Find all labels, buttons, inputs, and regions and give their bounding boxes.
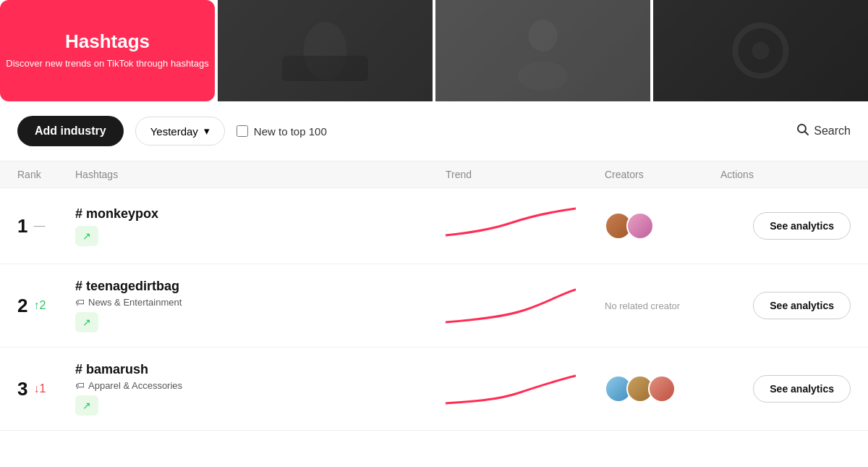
- nav-tile-hashtags[interactable]: Hashtags Discover new trends on TikTok t…: [0, 0, 215, 101]
- creators-cell-2: No related creator: [605, 300, 720, 311]
- hashtag-name: # teenagedirtbag: [75, 279, 446, 294]
- nav-tile-creators[interactable]: Creators: [435, 0, 650, 101]
- table-row: 3 ↓1 # bamarush 🏷 Apparel & Accessories …: [0, 348, 868, 431]
- rank-number: 1: [17, 215, 27, 237]
- rank-cell-1: 1 —: [17, 215, 75, 237]
- table-body: 1 — # monkeypox ↗ See analytics 2: [0, 188, 868, 431]
- search-icon: [796, 123, 809, 139]
- toolbar: Add industry Yesterday ▾ New to top 100 …: [0, 101, 868, 161]
- table-header: Rank Hashtags Trend Creators Actions: [0, 161, 868, 188]
- trend-badge: ↗: [75, 395, 98, 416]
- tag-icon: 🏷: [75, 297, 85, 308]
- avatar-stack: [605, 375, 676, 403]
- no-creator-text: No related creator: [605, 300, 680, 311]
- svg-rect-3: [435, 0, 650, 101]
- rank-number: 2: [17, 295, 27, 317]
- see-analytics-button[interactable]: See analytics: [753, 375, 851, 403]
- new-to-top-100-filter[interactable]: New to top 100: [237, 125, 327, 138]
- trend-cell-2: [446, 282, 605, 329]
- trend-up-icon: ↗: [82, 400, 91, 411]
- trend-up-icon: ↗: [82, 316, 91, 328]
- date-dropdown[interactable]: Yesterday ▾: [135, 117, 225, 146]
- svg-point-4: [529, 20, 558, 51]
- search-label: Search: [814, 125, 851, 138]
- checkbox-label-text: New to top 100: [254, 125, 327, 138]
- avatar: [626, 212, 654, 240]
- see-analytics-button[interactable]: See analytics: [753, 292, 851, 319]
- trend-badge: ↗: [75, 226, 98, 246]
- hashtag-cell-2: # teenagedirtbag 🏷 News & Entertainment …: [75, 279, 446, 332]
- rank-number: 3: [17, 378, 27, 400]
- svg-point-5: [518, 62, 569, 91]
- category-label: News & Entertainment: [88, 297, 182, 308]
- avatar: [648, 375, 676, 403]
- avatar-stack: [605, 212, 654, 240]
- svg-rect-0: [218, 0, 433, 101]
- date-dropdown-label: Yesterday: [150, 125, 198, 138]
- hashtag-category: 🏷 Apparel & Accessories: [75, 380, 446, 391]
- rank-cell-3: 3 ↓1: [17, 378, 75, 400]
- col-header-trend: Trend: [446, 169, 605, 180]
- creators-cell-1: [605, 212, 720, 240]
- svg-point-8: [752, 42, 770, 59]
- table-row: 1 — # monkeypox ↗ See analytics: [0, 188, 868, 264]
- add-industry-button[interactable]: Add industry: [17, 116, 124, 146]
- nav-tile-tiktok-videos[interactable]: TikTok Videos: [653, 0, 868, 101]
- chevron-down-icon: ▾: [204, 125, 210, 138]
- svg-point-7: [736, 25, 786, 76]
- actions-cell-3: See analytics: [720, 375, 851, 403]
- trend-cell-3: [446, 366, 605, 412]
- col-header-creators: Creators: [605, 169, 720, 180]
- search-button[interactable]: Search: [796, 123, 851, 139]
- rank-change: ↑2: [33, 299, 46, 312]
- actions-cell-1: See analytics: [720, 212, 851, 240]
- col-header-hashtags: Hashtags: [75, 169, 446, 180]
- category-label: Apparel & Accessories: [88, 380, 182, 391]
- hashtag-name: # bamarush: [75, 362, 446, 377]
- svg-rect-2: [282, 56, 368, 81]
- new-to-top-100-checkbox[interactable]: [237, 125, 248, 137]
- hashtag-cell-1: # monkeypox ↗: [75, 206, 446, 246]
- trend-up-icon: ↗: [82, 230, 91, 242]
- hashtag-cell-3: # bamarush 🏷 Apparel & Accessories ↗: [75, 362, 446, 416]
- tag-icon: 🏷: [75, 380, 85, 391]
- top-navigation: Hashtags Discover new trends on TikTok t…: [0, 0, 868, 101]
- trend-cell-1: [446, 203, 605, 249]
- rank-change: —: [33, 219, 45, 232]
- col-header-actions: Actions: [720, 169, 851, 180]
- actions-cell-2: See analytics: [720, 292, 851, 319]
- hashtag-category: 🏷 News & Entertainment: [75, 297, 446, 308]
- nav-tile-songs[interactable]: Songs: [218, 0, 433, 101]
- rank-change: ↓1: [33, 382, 46, 395]
- hashtags-tile-title: Hashtags: [65, 30, 150, 53]
- svg-point-1: [304, 22, 347, 80]
- hashtags-tile-subtitle: Discover new trends on TikTok through ha…: [6, 57, 208, 70]
- creators-cell-3: [605, 375, 720, 403]
- rank-cell-2: 2 ↑2: [17, 295, 75, 317]
- svg-line-10: [805, 132, 809, 135]
- table-row: 2 ↑2 # teenagedirtbag 🏷 News & Entertain…: [0, 264, 868, 348]
- hashtag-name: # monkeypox: [75, 206, 446, 222]
- svg-rect-6: [653, 0, 868, 101]
- col-header-rank: Rank: [17, 169, 75, 180]
- trend-badge: ↗: [75, 312, 98, 332]
- see-analytics-button[interactable]: See analytics: [753, 212, 851, 240]
